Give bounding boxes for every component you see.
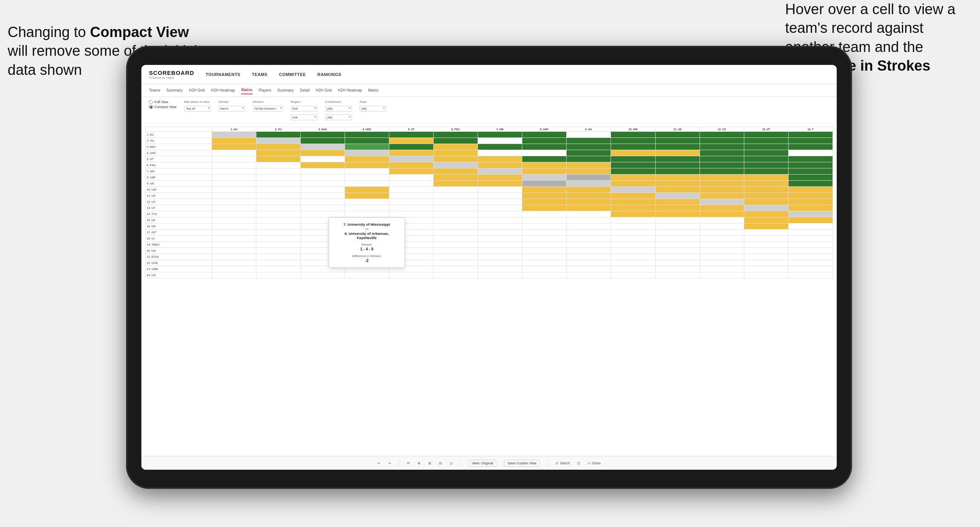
matrix-cell[interactable] — [788, 199, 833, 205]
matrix-cell[interactable] — [744, 132, 788, 138]
division-select[interactable]: NCAA Division I — [253, 106, 283, 112]
matrix-cell[interactable] — [345, 193, 389, 199]
matrix-cell[interactable] — [611, 181, 655, 187]
matrix-cell[interactable] — [478, 144, 522, 150]
matrix-cell[interactable] — [478, 230, 522, 236]
max-teams-select[interactable]: Top 50 — [184, 106, 211, 112]
matrix-cell[interactable] — [433, 193, 478, 199]
tab-h2h-heatmap[interactable]: H2H Heatmap — [211, 87, 235, 94]
matrix-cell[interactable] — [389, 162, 433, 168]
conf-select-top[interactable]: (All) — [325, 106, 352, 112]
full-view-radio[interactable] — [149, 100, 153, 104]
matrix-cell[interactable] — [256, 236, 300, 242]
region-select-top[interactable]: N/A — [291, 106, 317, 112]
matrix-cell[interactable] — [700, 132, 744, 138]
matrix-cell[interactable] — [744, 248, 788, 254]
matrix-cell[interactable] — [655, 205, 700, 211]
nav-teams[interactable]: TEAMS — [252, 71, 267, 78]
matrix-cell[interactable] — [655, 162, 700, 168]
matrix-cell[interactable] — [345, 205, 389, 211]
matrix-cell[interactable] — [522, 272, 566, 278]
matrix-cell[interactable] — [389, 272, 433, 278]
matrix-cell[interactable] — [522, 223, 566, 230]
matrix-cell[interactable] — [566, 230, 611, 236]
matrix-cell[interactable] — [433, 211, 478, 217]
matrix-cell[interactable] — [389, 144, 433, 150]
matrix-cell[interactable] — [655, 138, 700, 144]
matrix-cell[interactable] — [300, 211, 345, 217]
matrix-cell[interactable] — [345, 175, 389, 181]
matrix-cell[interactable] — [389, 205, 433, 211]
matrix-cell[interactable] — [433, 162, 478, 168]
matrix-cell[interactable] — [744, 199, 788, 205]
matrix-cell[interactable] — [478, 223, 522, 230]
matrix-cell[interactable] — [300, 168, 345, 175]
matrix-cell[interactable] — [345, 156, 389, 162]
matrix-cell[interactable] — [566, 199, 611, 205]
matrix-cell[interactable] — [655, 242, 700, 248]
matrix-cell[interactable] — [256, 187, 300, 193]
matrix-cell[interactable] — [788, 217, 833, 223]
matrix-cell[interactable] — [744, 175, 788, 181]
gender-select[interactable]: Men's — [219, 106, 245, 112]
matrix-cell[interactable] — [700, 236, 744, 242]
toolbar-zoom-in[interactable]: ⊕ — [418, 461, 421, 465]
matrix-cell[interactable] — [655, 168, 700, 175]
matrix-cell[interactable] — [655, 156, 700, 162]
matrix-cell[interactable] — [300, 144, 345, 150]
matrix-cell[interactable] — [655, 144, 700, 150]
matrix-cell[interactable] — [433, 138, 478, 144]
matrix-cell[interactable] — [611, 193, 655, 199]
matrix-cell[interactable] — [522, 211, 566, 217]
team-select[interactable]: (All) — [360, 106, 386, 112]
matrix-cell[interactable] — [478, 236, 522, 242]
matrix-cell[interactable] — [788, 254, 833, 260]
matrix-cell[interactable] — [744, 150, 788, 156]
matrix-cell[interactable] — [788, 248, 833, 254]
tab-summary[interactable]: Summary — [166, 87, 183, 94]
matrix-cell[interactable] — [744, 230, 788, 236]
matrix-cell[interactable] — [256, 150, 300, 156]
matrix-cell[interactable] — [478, 181, 522, 187]
matrix-cell[interactable] — [345, 138, 389, 144]
matrix-cell[interactable] — [256, 266, 300, 272]
matrix-cell[interactable] — [788, 223, 833, 230]
matrix-cell[interactable] — [300, 199, 345, 205]
matrix-cell[interactable] — [611, 132, 655, 138]
region-select-bottom[interactable]: N/A — [291, 115, 317, 120]
matrix-cell[interactable] — [478, 205, 522, 211]
matrix-cell[interactable] — [566, 181, 611, 187]
matrix-cell[interactable] — [522, 187, 566, 193]
matrix-cell[interactable] — [744, 266, 788, 272]
matrix-cell[interactable] — [700, 205, 744, 211]
matrix-cell[interactable] — [433, 217, 478, 223]
matrix-cell[interactable] — [522, 230, 566, 236]
matrix-cell[interactable] — [256, 242, 300, 248]
matrix-cell[interactable] — [389, 187, 433, 193]
matrix-cell[interactable] — [300, 181, 345, 187]
toolbar-redo[interactable]: ↪ — [388, 461, 391, 465]
matrix-cell[interactable] — [566, 205, 611, 211]
matrix-cell[interactable] — [300, 187, 345, 193]
matrix-cell[interactable] — [522, 168, 566, 175]
matrix-cell[interactable] — [256, 211, 300, 217]
matrix-cell[interactable] — [788, 132, 833, 138]
matrix-cell[interactable] — [212, 193, 256, 199]
matrix-cell[interactable] — [611, 162, 655, 168]
matrix-cell[interactable] — [566, 138, 611, 144]
matrix-cell[interactable] — [744, 254, 788, 260]
matrix-cell[interactable] — [744, 242, 788, 248]
matrix-cell[interactable] — [256, 260, 300, 266]
matrix-cell[interactable] — [700, 162, 744, 168]
matrix-cell[interactable] — [478, 138, 522, 144]
tab-matrix[interactable]: Matrix — [241, 86, 252, 94]
watch-btn[interactable]: ⊙ Watch — [556, 461, 570, 465]
matrix-cell[interactable] — [478, 266, 522, 272]
share-btn[interactable]: ⎋ Share — [588, 461, 601, 465]
matrix-cell[interactable] — [300, 138, 345, 144]
matrix-cell[interactable] — [788, 272, 833, 278]
matrix-cell[interactable] — [212, 254, 256, 260]
matrix-cell[interactable] — [212, 205, 256, 211]
tab-detail[interactable]: Detail — [300, 87, 310, 94]
matrix-cell[interactable] — [256, 223, 300, 230]
